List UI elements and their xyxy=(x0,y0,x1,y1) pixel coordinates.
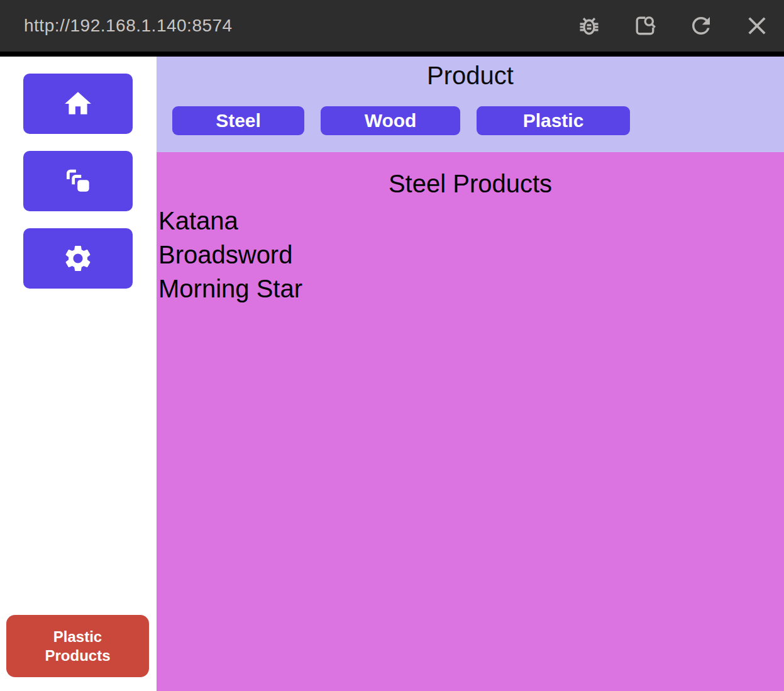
plastic-products-button-label: Plastic Products xyxy=(37,627,119,665)
url-bar[interactable]: http://192.168.1.140:8574 xyxy=(24,16,233,36)
main-area: Product Steel Wood Plastic Steel Product… xyxy=(157,57,784,691)
tab-wood[interactable]: Wood xyxy=(321,106,460,135)
stack-button[interactable] xyxy=(23,151,133,211)
settings-button[interactable] xyxy=(23,228,133,289)
browser-actions xyxy=(576,13,770,39)
list-item: Broadsword xyxy=(158,238,784,272)
category-tabs: Steel Wood Plastic xyxy=(172,106,784,135)
inspect-page-icon[interactable] xyxy=(632,13,658,39)
product-header: Product Steel Wood Plastic xyxy=(157,57,784,152)
page-title: Product xyxy=(157,59,784,92)
stack-icon xyxy=(62,165,94,197)
products-panel: Steel Products Katana Broadsword Morning… xyxy=(157,152,784,691)
close-icon[interactable] xyxy=(744,13,770,39)
sidebar-nav xyxy=(0,57,157,289)
bug-icon[interactable] xyxy=(576,13,602,39)
tab-steel[interactable]: Steel xyxy=(172,106,304,135)
product-list: Katana Broadsword Morning Star xyxy=(157,204,784,306)
list-item: Morning Star xyxy=(158,272,784,306)
list-item: Katana xyxy=(158,204,784,238)
settings-gear-icon xyxy=(62,243,94,274)
products-panel-title: Steel Products xyxy=(157,152,784,199)
tab-plastic[interactable]: Plastic xyxy=(477,106,630,135)
app-window: Plastic Products Product Steel Wood Plas… xyxy=(0,57,784,691)
plastic-products-button[interactable]: Plastic Products xyxy=(6,615,149,677)
home-icon xyxy=(62,88,94,119)
home-button[interactable] xyxy=(23,74,133,134)
browser-top-bar: http://192.168.1.140:8574 xyxy=(0,0,784,57)
sidebar: Plastic Products xyxy=(0,57,157,691)
refresh-icon[interactable] xyxy=(688,13,714,39)
